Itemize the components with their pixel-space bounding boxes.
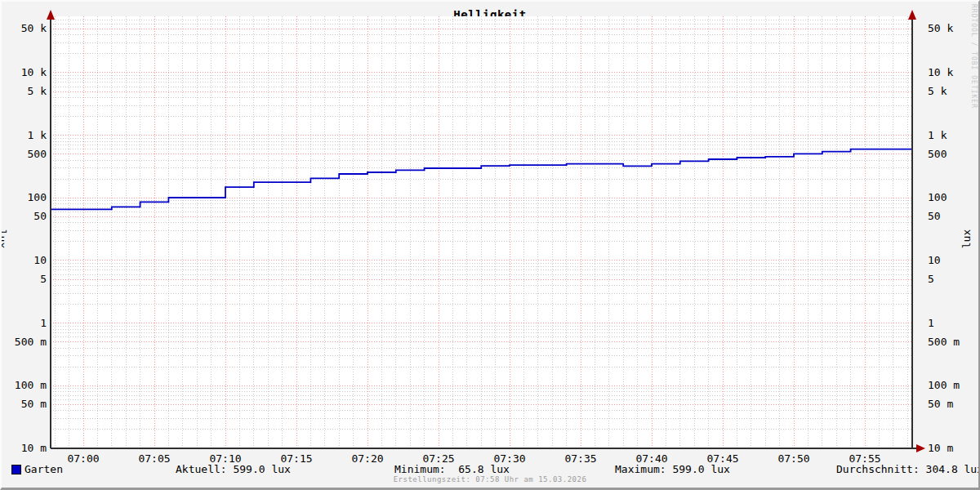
plot-area (0, 0, 980, 490)
creation-timestamp: Erstellungszeit: 07:58 Uhr am 15.03.2026 (0, 475, 980, 483)
y-tick-label-right: 5 (928, 273, 978, 285)
y-tick-label-left: 100 (0, 191, 47, 203)
y-axis-left-arrow (47, 10, 55, 20)
rrdtool-watermark: RRDTOOL / TOBI OETIKER (970, 4, 978, 109)
legend-color-swatch (11, 465, 21, 474)
y-tick-label-left: 1 (0, 317, 47, 329)
x-axis-arrow (916, 444, 925, 452)
y-tick-label-left: 5 (0, 273, 47, 285)
y-tick-label-right: 100 (928, 191, 978, 203)
y-tick-label-right: 1 k (928, 129, 978, 141)
y-tick-label-left: 10 k (0, 66, 47, 78)
y-tick-label-right: 10 (928, 254, 978, 266)
y-tick-label-right: 100 m (928, 379, 978, 391)
legend-maximum-value: Maximum: 599.0 lux (615, 463, 730, 475)
y-tick-label-left: 50 (0, 210, 47, 222)
y-tick-label-right: 10 m (928, 442, 978, 454)
rrdtool-graph: Helligkeit 07:0007:0507:1007:1507:2007:2… (0, 0, 980, 490)
y-tick-label-left: 10 m (0, 442, 47, 454)
legend-average-value: Durchschnitt: 304.8 lux (836, 463, 980, 475)
y-tick-label-left: 5 k (0, 85, 47, 97)
y-tick-label-right: 500 m (928, 336, 978, 348)
legend-row: Garten Aktuell: 599.0 lux Minimum: 65.8 … (0, 463, 980, 476)
y-tick-label-left: 100 m (0, 379, 47, 391)
y-tick-label-right: 50 (928, 210, 978, 222)
legend-series-label: Garten (24, 463, 63, 475)
y-tick-label-left: 500 (0, 148, 47, 160)
y-tick-label-left: 50 m (0, 398, 47, 410)
y-tick-label-right: 50 m (928, 398, 978, 410)
y-tick-label-left: 1 k (0, 129, 47, 141)
legend-current-value: Aktuell: 599.0 lux (176, 463, 291, 475)
y-tick-label-left: 500 m (0, 336, 47, 348)
y-tick-label-right: 1 (928, 317, 978, 329)
y-axis-label-right: lux (960, 229, 973, 248)
legend-minimum-value: Minimum: 65.8 lux (394, 463, 510, 475)
y-axis-right-arrow (908, 10, 916, 20)
y-tick-label-right: 500 (928, 148, 978, 160)
y-tick-label-left: 10 (0, 254, 47, 266)
y-axis-label-left: lux (0, 229, 8, 248)
y-tick-label-left: 50 k (0, 22, 47, 34)
